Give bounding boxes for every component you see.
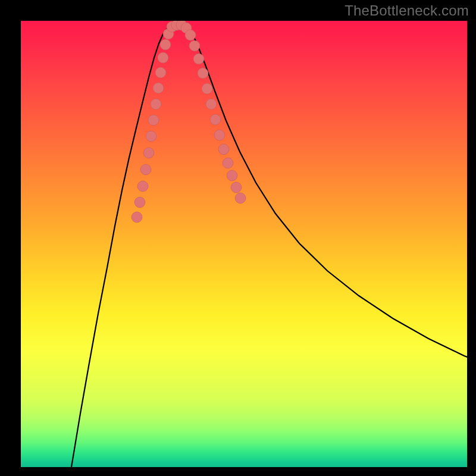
marker-dot <box>131 212 142 223</box>
chart-frame: TheBottleneck.com <box>0 0 476 476</box>
marker-dot <box>235 193 246 203</box>
marker-dot <box>214 130 225 140</box>
marker-dot <box>137 181 148 192</box>
marker-dot <box>206 99 217 109</box>
marker-dot <box>143 148 154 158</box>
marker-dot <box>189 40 200 51</box>
marker-dot <box>155 67 166 78</box>
marker-dot <box>198 68 208 79</box>
marker-dot <box>153 83 164 93</box>
marker-dots-group <box>131 21 246 223</box>
marker-dot <box>151 99 161 109</box>
marker-dot <box>227 170 237 181</box>
marker-dot <box>185 30 196 40</box>
plot-area <box>21 21 467 467</box>
marker-dot <box>160 39 171 50</box>
marker-dot <box>218 144 229 155</box>
chart-svg <box>21 21 467 467</box>
marker-dot <box>148 115 159 126</box>
watermark-text: TheBottleneck.com <box>345 2 469 19</box>
marker-dot <box>202 83 212 94</box>
marker-dot <box>140 164 151 175</box>
curve-left-branch <box>71 29 167 467</box>
marker-dot <box>223 158 233 168</box>
marker-dot <box>210 114 221 125</box>
curve-right-branch <box>190 29 467 357</box>
marker-dot <box>193 54 204 64</box>
marker-dot <box>158 52 168 63</box>
marker-dot <box>231 182 242 193</box>
marker-dot <box>146 131 156 142</box>
marker-dot <box>134 197 145 208</box>
